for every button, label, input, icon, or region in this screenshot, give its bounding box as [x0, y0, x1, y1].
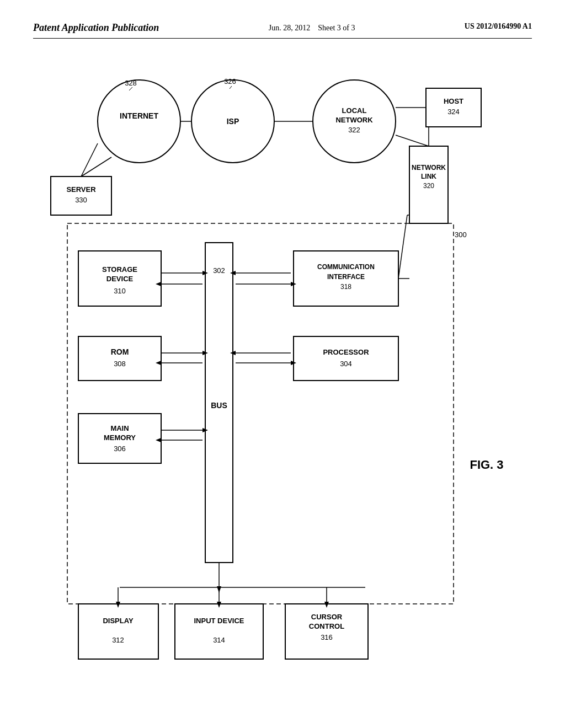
svg-text:322: 322	[348, 126, 360, 134]
svg-text:LINK: LINK	[421, 173, 436, 180]
svg-marker-53	[156, 282, 161, 286]
svg-marker-82	[116, 602, 120, 608]
svg-text:NETWORK: NETWORK	[412, 164, 446, 172]
svg-rect-40	[78, 336, 161, 381]
svg-marker-87	[217, 602, 221, 608]
svg-text:INTERFACE: INTERFACE	[327, 273, 365, 281]
svg-text:ISP: ISP	[227, 117, 239, 126]
svg-text:312: 312	[112, 636, 124, 644]
svg-rect-88	[285, 604, 368, 659]
svg-marker-93	[324, 602, 329, 608]
svg-text:326: 326	[224, 77, 236, 85]
svg-text:MEMORY: MEMORY	[104, 433, 136, 442]
header-center: Jun. 28, 2012 Sheet 3 of 3	[269, 22, 355, 34]
svg-text:LOCAL: LOCAL	[342, 106, 367, 115]
svg-text:306: 306	[114, 445, 126, 453]
svg-text:CONTROL: CONTROL	[309, 622, 344, 630]
page-header: Patent Application Publication Jun. 28, …	[33, 22, 532, 39]
svg-marker-69	[156, 438, 161, 442]
svg-text:COMMUNICATION: COMMUNICATION	[317, 263, 375, 271]
svg-text:318: 318	[340, 283, 351, 291]
svg-text:INTERNET: INTERNET	[120, 111, 158, 120]
svg-text:HOST: HOST	[444, 97, 463, 105]
diagram-area: INTERNET 328 ISP 326 LOCAL NETWORK 322 H…	[33, 55, 532, 695]
svg-text:ROM: ROM	[111, 347, 129, 356]
svg-text:304: 304	[340, 360, 352, 368]
svg-text:324: 324	[447, 108, 460, 116]
svg-text:300: 300	[455, 231, 467, 239]
svg-marker-61	[156, 361, 161, 365]
svg-line-71	[398, 215, 407, 279]
patent-number: US 2012/0164990 A1	[465, 22, 532, 31]
svg-line-7	[230, 86, 232, 89]
svg-text:314: 314	[213, 636, 225, 644]
patent-diagram-svg: INTERNET 328 ISP 326 LOCAL NETWORK 322 H…	[33, 55, 532, 695]
svg-text:320: 320	[423, 182, 434, 190]
svg-text:PROCESSOR: PROCESSOR	[323, 348, 369, 356]
svg-text:STORAGE: STORAGE	[102, 265, 137, 274]
svg-text:316: 316	[321, 633, 333, 641]
svg-text:FIG. 3: FIG. 3	[470, 458, 503, 472]
svg-text:328: 328	[125, 79, 137, 87]
svg-rect-83	[175, 604, 263, 659]
svg-rect-78	[78, 604, 158, 659]
svg-text:INPUT DEVICE: INPUT DEVICE	[194, 617, 244, 625]
svg-line-3	[129, 87, 132, 90]
svg-point-0	[98, 80, 180, 163]
svg-text:DISPLAY: DISPLAY	[103, 617, 133, 625]
publication-title: Patent Application Publication	[33, 22, 159, 34]
svg-text:308: 308	[114, 360, 126, 368]
svg-text:SERVER: SERVER	[66, 185, 96, 194]
svg-text:NETWORK: NETWORK	[335, 116, 373, 124]
svg-text:330: 330	[75, 196, 87, 204]
svg-line-26	[396, 135, 429, 146]
svg-text:302: 302	[213, 266, 225, 275]
date-sheet: Jun. 28, 2012 Sheet 3 of 3	[269, 24, 355, 32]
svg-text:DEVICE: DEVICE	[106, 275, 134, 283]
patent-page: Patent Application Publication Jun. 28, …	[0, 0, 565, 728]
svg-text:310: 310	[114, 287, 126, 295]
svg-rect-43	[294, 336, 398, 381]
svg-text:MAIN: MAIN	[110, 424, 129, 432]
svg-text:CURSOR: CURSOR	[311, 613, 343, 621]
svg-text:BUS: BUS	[211, 401, 227, 410]
